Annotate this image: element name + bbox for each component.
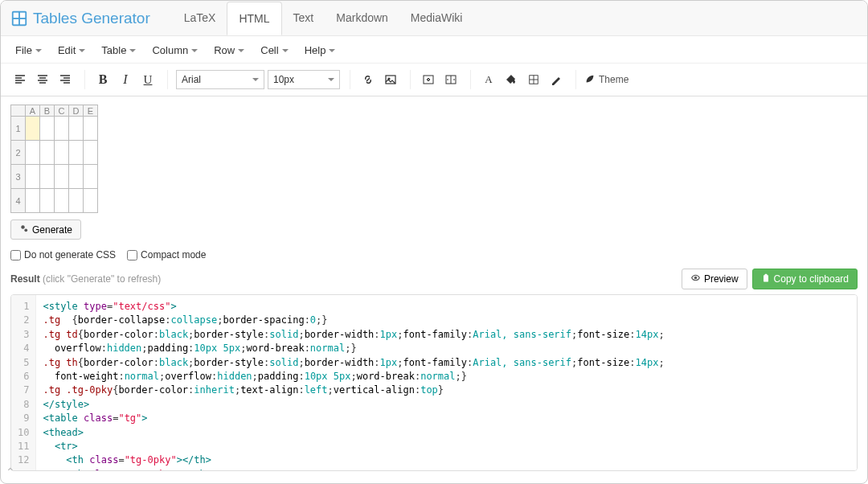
cell[interactable]	[55, 141, 69, 165]
menu-column[interactable]: Column	[145, 41, 204, 59]
cell[interactable]	[84, 141, 98, 165]
table-editor: ABCDE1234	[1, 96, 867, 216]
menu-edit[interactable]: Edit	[51, 41, 92, 59]
svg-point-12	[694, 277, 696, 278]
link-button[interactable]	[358, 70, 378, 89]
cell[interactable]	[40, 117, 55, 141]
col-header[interactable]: A	[26, 105, 40, 117]
chevron-down-icon	[79, 49, 85, 52]
spreadsheet-grid[interactable]: ABCDE1234	[10, 105, 98, 213]
copy-clipboard-button[interactable]: Copy to clipboard	[752, 269, 858, 289]
menu-file[interactable]: File	[9, 41, 48, 59]
col-header[interactable]: B	[40, 105, 55, 117]
clear-format-button[interactable]	[547, 70, 566, 89]
cell[interactable]	[84, 189, 98, 213]
expand-icon[interactable]: ⌃	[6, 466, 15, 478]
chevron-down-icon	[329, 49, 335, 52]
chevron-down-icon	[129, 49, 136, 52]
menu-cell[interactable]: Cell	[254, 41, 294, 59]
align-left-button[interactable]	[10, 70, 30, 89]
cell[interactable]	[55, 117, 69, 141]
menu-help[interactable]: Help	[298, 41, 342, 59]
compact-checkbox[interactable]: Compact mode	[127, 249, 206, 260]
underline-button[interactable]: U	[138, 70, 158, 89]
cell[interactable]	[40, 165, 55, 189]
svg-rect-2	[20, 12, 25, 17]
chevron-down-icon	[282, 49, 289, 52]
result-label: Result	[10, 273, 40, 285]
row-header[interactable]: 2	[11, 141, 26, 165]
merge-cells-button[interactable]	[419, 70, 438, 89]
cell[interactable]	[84, 117, 98, 141]
gears-icon	[19, 224, 29, 236]
cell[interactable]	[26, 117, 40, 141]
chevron-down-icon	[191, 49, 198, 52]
row-header[interactable]: 3	[11, 165, 26, 189]
image-button[interactable]	[381, 70, 400, 89]
split-cells-button[interactable]	[441, 70, 461, 89]
generate-button[interactable]: Generate	[10, 219, 81, 240]
bold-button[interactable]: B	[93, 70, 113, 89]
svg-rect-14	[764, 273, 767, 275]
tab-markdown[interactable]: Markdown	[325, 2, 399, 35]
clipboard-icon	[761, 273, 771, 285]
chevron-down-icon	[252, 78, 259, 81]
toolbar: B I U Arial 10px A Theme	[1, 64, 867, 96]
theme-button[interactable]: Theme	[584, 73, 628, 87]
cell[interactable]	[69, 117, 84, 141]
cell[interactable]	[26, 189, 40, 213]
cell[interactable]	[84, 165, 98, 189]
cell[interactable]	[69, 189, 84, 213]
align-center-button[interactable]	[33, 70, 52, 89]
chevron-down-icon	[328, 78, 334, 81]
chevron-down-icon	[35, 49, 42, 52]
code-output[interactable]: 12345678910111213141516 <style type="tex…	[10, 294, 858, 471]
fill-color-button[interactable]	[502, 70, 521, 89]
border-button[interactable]	[524, 70, 543, 89]
menu-bar: File Edit Table Column Row Cell Help	[1, 36, 867, 64]
cell[interactable]	[40, 141, 55, 165]
tab-mediawiki[interactable]: MediaWiki	[399, 2, 474, 35]
row-header[interactable]: 4	[11, 189, 26, 213]
menu-table[interactable]: Table	[95, 41, 142, 59]
result-bar: Result (click "Generate" to refresh) Pre…	[1, 264, 867, 294]
align-right-button[interactable]	[55, 70, 75, 89]
preview-button[interactable]: Preview	[682, 269, 747, 289]
code-body[interactable]: <style type="text/css"> .tg {border-coll…	[36, 295, 670, 471]
col-header[interactable]: E	[84, 105, 98, 117]
svg-rect-13	[764, 275, 768, 281]
cell[interactable]	[55, 165, 69, 189]
top-nav: Tables Generator LaTeXHTMLTextMarkdownMe…	[1, 1, 867, 36]
brand-text: Tables Generator	[33, 10, 150, 27]
line-gutter: 12345678910111213141516	[11, 295, 36, 471]
col-header[interactable]: C	[55, 105, 69, 117]
tab-html[interactable]: HTML	[227, 2, 281, 35]
no-css-checkbox[interactable]: Do not generate CSS	[10, 249, 116, 260]
row-header[interactable]: 1	[11, 117, 26, 141]
cell[interactable]	[69, 165, 84, 189]
svg-rect-1	[14, 12, 18, 17]
tab-latex[interactable]: LaTeX	[173, 2, 227, 35]
chevron-down-icon	[238, 49, 244, 52]
corner-cell[interactable]	[11, 105, 26, 117]
italic-button[interactable]: I	[116, 70, 135, 89]
cell[interactable]	[55, 189, 69, 213]
font-family-select[interactable]: Arial	[176, 70, 264, 89]
cell[interactable]	[26, 141, 40, 165]
cell[interactable]	[69, 141, 84, 165]
col-header[interactable]: D	[69, 105, 84, 117]
tab-text[interactable]: Text	[282, 2, 326, 35]
text-color-button[interactable]: A	[479, 70, 498, 89]
result-hint: (click "Generate" to refresh)	[43, 273, 161, 285]
font-size-select[interactable]: 10px	[268, 70, 340, 89]
eye-icon	[690, 273, 701, 285]
format-tabs: LaTeXHTMLTextMarkdownMediaWiki	[173, 2, 474, 35]
svg-point-10	[21, 225, 25, 229]
menu-row[interactable]: Row	[207, 41, 251, 59]
svg-rect-3	[14, 18, 18, 23]
logo[interactable]: Tables Generator	[10, 10, 150, 27]
cell[interactable]	[40, 189, 55, 213]
cell[interactable]	[26, 165, 40, 189]
logo-icon	[10, 10, 28, 27]
svg-point-11	[24, 228, 27, 232]
